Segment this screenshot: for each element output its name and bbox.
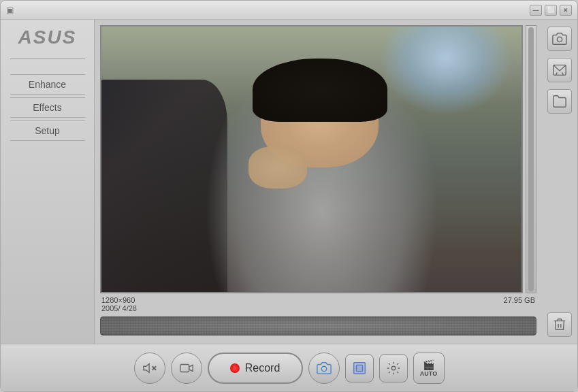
video-icon [179,361,194,376]
video-feed [101,27,521,292]
video-resolution-info: 1280×960 2005/ 4/28 [101,296,137,312]
grille-pattern [101,317,536,335]
record-label: Record [245,362,280,374]
record-dot [230,363,240,373]
window-controls: — ⬜ ✕ [530,5,572,16]
folder-button[interactable] [547,89,572,114]
right-sidebar [542,20,577,344]
fullscreen-button[interactable] [345,354,374,382]
auto-label: AUTO [420,371,437,377]
right-icons-top [547,27,572,306]
window-icon: ▣ [6,5,14,15]
svg-point-0 [557,37,562,42]
photo-button[interactable] [308,353,340,384]
svg-rect-7 [180,364,189,372]
photo-icon [317,361,332,376]
sidebar-item-enhance[interactable]: Enhance [10,74,85,95]
svg-point-11 [391,366,396,370]
storage-info: 27.95 GB [504,296,535,312]
video-date: 2005/ 4/28 [101,304,137,312]
video-capture-button[interactable] [171,353,202,384]
auto-button[interactable]: 🎬 AUTO [413,353,445,384]
minimize-button[interactable]: — [530,5,542,16]
svg-marker-4 [143,363,148,372]
settings-icon [386,361,401,376]
video-scrollbar[interactable] [526,25,536,293]
main-content: ASUS Enhance Effects Setup [1,20,577,344]
mute-icon [142,361,157,376]
svg-point-8 [321,366,326,371]
delete-button[interactable] [547,312,572,337]
close-button[interactable]: ✕ [560,5,572,16]
mute-button[interactable] [134,353,165,384]
snapshot-button[interactable] [547,27,572,51]
center-area: 1280×960 2005/ 4/28 27.95 GB [95,20,542,344]
speaker-grille [100,316,536,336]
svg-rect-10 [356,365,362,371]
email-icon [552,63,567,78]
video-info: 1280×960 2005/ 4/28 27.95 GB [100,293,536,312]
video-resolution: 1280×960 [101,296,137,304]
trash-icon [552,317,567,332]
right-icons-bottom [547,312,572,337]
video-container [100,25,523,293]
video-wrapper [100,25,536,293]
logo-text: ASUS [18,27,77,48]
folder-icon [552,94,567,109]
main-window: ▣ — ⬜ ✕ ASUS Enhance Effects Setup [0,0,578,392]
record-button[interactable]: Record [208,353,303,384]
settings-button[interactable] [379,354,408,382]
logo: ASUS [10,27,85,59]
fullscreen-icon [352,361,367,376]
bottom-toolbar: Record 🎬 AUTO [1,344,577,391]
camera-icon [552,31,567,46]
maximize-button[interactable]: ⬜ [545,5,557,16]
sidebar-item-effects[interactable]: Effects [10,97,85,118]
left-sidebar: ASUS Enhance Effects Setup [1,20,95,344]
email-button[interactable] [547,58,572,82]
sidebar-item-setup[interactable]: Setup [10,120,85,141]
title-bar: ▣ — ⬜ ✕ [1,1,577,20]
scrollbar-track [528,27,534,291]
auto-video-icon: 🎬 [423,359,434,370]
